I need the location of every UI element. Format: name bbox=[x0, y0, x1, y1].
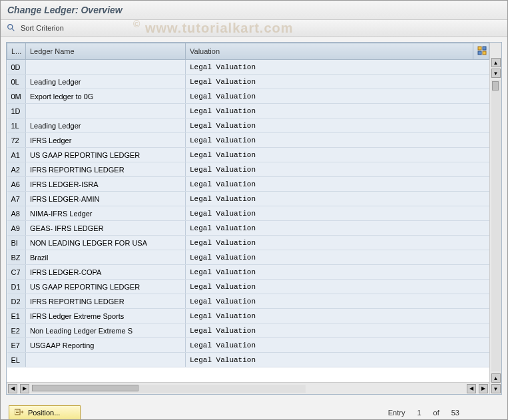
table-row[interactable]: A8NIMA-IFRS LedgerLegal Valuation bbox=[7, 206, 489, 221]
hscroll-thumb[interactable] bbox=[32, 385, 138, 391]
table-row[interactable]: A7IFRS LEDGER-AMINLegal Valuation bbox=[7, 192, 489, 206]
cell-name[interactable]: NIMA-IFRS Ledger bbox=[26, 206, 186, 221]
table-row[interactable]: D1US GAAP REPORTING LEDGERLegal Valuatio… bbox=[7, 280, 489, 294]
cell-name[interactable]: IFRS REPORTING LEDGER bbox=[26, 162, 186, 177]
cell-valuation[interactable]: Legal Valuation bbox=[186, 353, 489, 367]
table-row[interactable]: 0LLeading LedgerLegal Valuation bbox=[7, 75, 489, 89]
scroll-right-icon[interactable]: ▶ bbox=[20, 384, 29, 393]
cell-valuation[interactable]: Legal Valuation bbox=[186, 75, 489, 89]
cell-valuation[interactable]: Legal Valuation bbox=[186, 221, 489, 236]
cell-valuation[interactable]: Legal Valuation bbox=[186, 118, 489, 133]
table-row[interactable]: A1US GAAP REPORTING LEDGERLegal Valuatio… bbox=[7, 148, 489, 162]
table-row[interactable]: D2IFRS REPORTING LEDGERLegal Valuation bbox=[7, 294, 489, 309]
cell-code[interactable]: A9 bbox=[7, 221, 26, 236]
cell-valuation[interactable]: Legal Valuation bbox=[186, 133, 489, 148]
cell-valuation[interactable]: Legal Valuation bbox=[186, 89, 489, 104]
cell-name[interactable] bbox=[26, 60, 186, 75]
cell-valuation[interactable]: Legal Valuation bbox=[186, 338, 489, 353]
cell-code[interactable]: C7 bbox=[7, 265, 26, 280]
scroll-up-step-icon[interactable]: ▲ bbox=[491, 373, 501, 383]
cell-name[interactable]: Leading Ledger bbox=[26, 118, 186, 133]
table-row[interactable]: A2IFRS REPORTING LEDGERLegal Valuation bbox=[7, 162, 489, 177]
table-row[interactable]: E1IFRS Ledger Extreme SportsLegal Valuat… bbox=[7, 309, 489, 323]
find-icon[interactable] bbox=[6, 23, 17, 33]
cell-code[interactable]: EL bbox=[7, 353, 26, 367]
table-row[interactable]: 0MExport ledger to 0GLegal Valuation bbox=[7, 89, 489, 104]
cell-code[interactable]: D2 bbox=[7, 294, 26, 309]
cell-code[interactable]: A2 bbox=[7, 162, 26, 177]
cell-valuation[interactable]: Legal Valuation bbox=[186, 294, 489, 309]
cell-code[interactable]: E7 bbox=[7, 338, 26, 353]
horizontal-scrollbar[interactable]: ◀ ▶ ◀ ▶ bbox=[7, 382, 489, 394]
vscroll-track[interactable] bbox=[491, 80, 501, 371]
cell-name[interactable] bbox=[26, 353, 186, 367]
cell-name[interactable]: IFRS Ledger bbox=[26, 133, 186, 148]
cell-valuation[interactable]: Legal Valuation bbox=[186, 323, 489, 338]
table-row[interactable]: 72IFRS LedgerLegal Valuation bbox=[7, 133, 489, 148]
cell-name[interactable]: IFRS REPORTING LEDGER bbox=[26, 294, 186, 309]
cell-valuation[interactable]: Legal Valuation bbox=[186, 250, 489, 265]
scroll-down-step-icon[interactable]: ▼ bbox=[491, 69, 501, 78]
cell-name[interactable]: NON LEADING LEDGER FOR USA bbox=[26, 236, 186, 250]
table-row[interactable]: 1LLeading LedgerLegal Valuation bbox=[7, 118, 489, 133]
table-row[interactable]: E7USGAAP ReportingLegal Valuation bbox=[7, 338, 489, 353]
scroll-right-icon-2[interactable]: ▶ bbox=[479, 384, 488, 393]
cell-name[interactable]: US GAAP REPORTING LEDGER bbox=[26, 280, 186, 294]
cell-name[interactable]: IFRS Ledger Extreme Sports bbox=[26, 309, 186, 323]
table-row[interactable]: A6IFRS LEDGER-ISRALegal Valuation bbox=[7, 177, 489, 192]
cell-valuation[interactable]: Legal Valuation bbox=[186, 148, 489, 162]
cell-valuation[interactable]: Legal Valuation bbox=[186, 280, 489, 294]
cell-valuation[interactable]: Legal Valuation bbox=[186, 162, 489, 177]
cell-code[interactable]: D1 bbox=[7, 280, 26, 294]
cell-name[interactable]: IFRS LEDGER-ISRA bbox=[26, 177, 186, 192]
column-header-code[interactable]: L... bbox=[7, 43, 26, 60]
scroll-left-icon[interactable]: ◀ bbox=[8, 384, 17, 393]
cell-code[interactable]: BZ bbox=[7, 250, 26, 265]
vscroll-thumb[interactable] bbox=[492, 81, 499, 91]
column-header-name[interactable]: Ledger Name bbox=[26, 43, 186, 60]
table-row[interactable]: BINON LEADING LEDGER FOR USALegal Valuat… bbox=[7, 236, 489, 250]
cell-code[interactable]: 0L bbox=[7, 75, 26, 89]
table-row[interactable]: 0DLegal Valuation bbox=[7, 60, 489, 75]
cell-valuation[interactable]: Legal Valuation bbox=[186, 206, 489, 221]
position-button[interactable]: Position... bbox=[9, 405, 81, 420]
scroll-left-icon-2[interactable]: ◀ bbox=[467, 384, 476, 393]
scroll-down-icon[interactable]: ▼ bbox=[491, 384, 501, 393]
vertical-scrollbar[interactable]: ▲ ▼ ▲ ▼ bbox=[489, 43, 501, 394]
cell-valuation[interactable]: Legal Valuation bbox=[186, 265, 489, 280]
cell-name[interactable]: Non Leading Ledger Extreme S bbox=[26, 323, 186, 338]
cell-code[interactable]: E2 bbox=[7, 323, 26, 338]
cell-valuation[interactable]: Legal Valuation bbox=[186, 192, 489, 206]
cell-code[interactable]: A7 bbox=[7, 192, 26, 206]
cell-code[interactable]: 0D bbox=[7, 60, 26, 75]
table-row[interactable]: C7IFRS LEDGER-COPALegal Valuation bbox=[7, 265, 489, 280]
table-row[interactable]: 1DLegal Valuation bbox=[7, 104, 489, 118]
cell-name[interactable]: GEAS- IFRS LEDGER bbox=[26, 221, 186, 236]
cell-code[interactable]: A6 bbox=[7, 177, 26, 192]
cell-name[interactable]: IFRS LEDGER-AMIN bbox=[26, 192, 186, 206]
cell-name[interactable]: Leading Ledger bbox=[26, 75, 186, 89]
table-row[interactable]: A9GEAS- IFRS LEDGERLegal Valuation bbox=[7, 221, 489, 236]
table-row[interactable]: E2Non Leading Ledger Extreme SLegal Valu… bbox=[7, 323, 489, 338]
cell-name[interactable]: USGAAP Reporting bbox=[26, 338, 186, 353]
cell-name[interactable]: IFRS LEDGER-COPA bbox=[26, 265, 186, 280]
cell-code[interactable]: BI bbox=[7, 236, 26, 250]
cell-code[interactable]: E1 bbox=[7, 309, 26, 323]
table-row[interactable]: ELLegal Valuation bbox=[7, 353, 489, 367]
cell-valuation[interactable]: Legal Valuation bbox=[186, 177, 489, 192]
cell-code[interactable]: A1 bbox=[7, 148, 26, 162]
cell-code[interactable]: 72 bbox=[7, 133, 26, 148]
cell-code[interactable]: 1L bbox=[7, 118, 26, 133]
cell-code[interactable]: 1D bbox=[7, 104, 26, 118]
cell-name[interactable]: Brazil bbox=[26, 250, 186, 265]
column-header-valuation[interactable]: Valuation bbox=[186, 43, 473, 60]
cell-valuation[interactable]: Legal Valuation bbox=[186, 104, 489, 118]
table-row[interactable]: BZBrazilLegal Valuation bbox=[7, 250, 489, 265]
cell-name[interactable]: Export ledger to 0G bbox=[26, 89, 186, 104]
sort-criterion-label[interactable]: Sort Criterion bbox=[21, 24, 64, 32]
cell-name[interactable]: US GAAP REPORTING LEDGER bbox=[26, 148, 186, 162]
cell-code[interactable]: 0M bbox=[7, 89, 26, 104]
cell-code[interactable]: A8 bbox=[7, 206, 26, 221]
hscroll-track[interactable] bbox=[31, 385, 306, 393]
scroll-up-icon[interactable]: ▲ bbox=[491, 58, 501, 67]
